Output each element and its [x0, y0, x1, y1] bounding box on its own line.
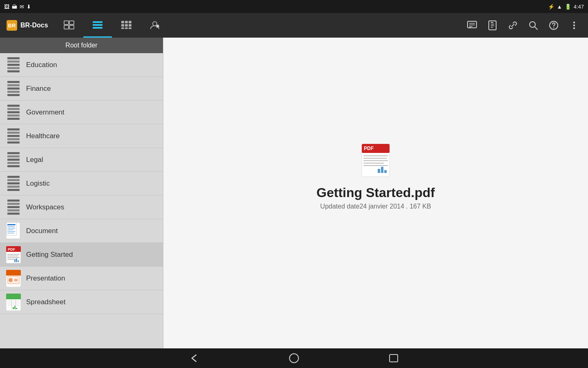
status-bar-right: ⚡ ▲ 🔋 4:47 [548, 4, 584, 10]
status-icon-image: 🏔 [12, 4, 17, 10]
svg-rect-3 [69, 25, 74, 29]
workspaces-label: Workspaces [26, 203, 64, 211]
folder-icon-healthcare [6, 128, 21, 144]
svg-line-28 [535, 27, 537, 29]
svg-rect-11 [125, 24, 128, 27]
file-info: Getting Started.pdf Updated date24 janvi… [316, 185, 435, 210]
government-label: Government [26, 108, 65, 117]
logistic-label: Logistic [26, 180, 50, 188]
svg-point-33 [573, 27, 575, 29]
sidebar-item-presentation[interactable]: Presentation [0, 267, 163, 290]
document-label: Document [26, 227, 58, 235]
svg-rect-52 [16, 258, 17, 262]
folder-icon-government [6, 105, 21, 120]
sidebar-item-government[interactable]: Government [0, 101, 163, 124]
svg-point-83 [290, 354, 298, 363]
svg-rect-42 [7, 233, 14, 233]
sidebar-item-education[interactable]: Education [0, 53, 163, 77]
document-file-icon [6, 222, 21, 240]
svg-point-32 [573, 25, 575, 26]
sidebar-item-document[interactable]: Document [0, 219, 163, 243]
status-icon-photo: 🖼 [4, 4, 9, 10]
sidebar-item-healthcare[interactable]: Healthcare [0, 124, 163, 148]
svg-rect-69 [14, 306, 16, 309]
svg-rect-40 [7, 229, 13, 230]
root-folder-label: Root folder [65, 42, 97, 49]
svg-rect-84 [390, 355, 398, 362]
brand-icon: BR [7, 20, 17, 31]
tab-grid[interactable] [112, 13, 140, 38]
wifi-icon: ▲ [557, 4, 562, 10]
svg-point-58 [9, 278, 13, 282]
tab-list[interactable] [83, 13, 112, 38]
svg-rect-82 [384, 170, 387, 173]
status-icon-mail: ✉ [20, 4, 24, 10]
sidebar-item-logistic[interactable]: Logistic [0, 172, 163, 195]
folder-icon-workspaces [6, 200, 21, 215]
nav-tabs [55, 13, 458, 38]
sidebar: Root folder Education [0, 38, 163, 348]
svg-text:PDF: PDF [8, 247, 16, 251]
file-preview: PDF Getting Started.pdf Updated date24 j… [316, 144, 435, 210]
sidebar-item-finance[interactable]: Finance [0, 77, 163, 101]
clock: 4:47 [574, 4, 584, 10]
svg-rect-8 [125, 21, 128, 23]
content-area: PDF Getting Started.pdf Updated date24 j… [163, 38, 588, 348]
svg-rect-41 [7, 231, 16, 232]
svg-rect-62 [6, 298, 21, 299]
svg-rect-53 [18, 260, 19, 262]
link-button[interactable] [504, 16, 522, 34]
presentation-label: Presentation [26, 274, 65, 283]
status-icon-download: ⬇ [27, 4, 31, 10]
help-button[interactable] [545, 16, 563, 34]
sidebar-item-legal[interactable]: Legal [0, 148, 163, 172]
sidebar-item-getting-started[interactable]: PDF Getting Started [0, 243, 163, 267]
folder-icon-legal [6, 152, 21, 168]
folder-icon-logistic [6, 176, 21, 191]
bluetooth-icon: ⚡ [548, 4, 555, 10]
home-button[interactable] [285, 349, 303, 367]
search-button[interactable] [524, 16, 542, 34]
sidebar-header: Root folder [0, 38, 163, 53]
legal-label: Legal [26, 156, 43, 164]
app-brand: BR BR-Docs [0, 13, 55, 38]
nav-actions [458, 13, 588, 38]
svg-rect-6 [93, 27, 102, 29]
spreadsheet-file-icon [6, 293, 21, 311]
svg-rect-4 [93, 21, 102, 23]
svg-point-31 [573, 22, 575, 23]
presentation-file-icon [6, 269, 21, 287]
tab-views[interactable] [55, 13, 83, 38]
svg-rect-7 [121, 21, 124, 23]
battery-icon: 🔋 [565, 4, 571, 10]
brand-name: BR-Docs [20, 22, 48, 29]
recent-button[interactable] [385, 349, 403, 367]
folder-icon-education [6, 57, 21, 73]
svg-rect-38 [7, 226, 15, 227]
getting-started-label: Getting Started [26, 251, 73, 259]
svg-rect-5 [93, 24, 102, 26]
pdf-file-icon: PDF [6, 246, 21, 264]
sidebar-item-spreadsheet[interactable]: Spreadsheet [0, 290, 163, 314]
back-button[interactable] [185, 349, 203, 367]
main-layout: Root folder Education [0, 38, 588, 348]
svg-rect-10 [121, 24, 124, 27]
healthcare-label: Healthcare [26, 132, 60, 140]
sidebar-item-workspaces[interactable]: Workspaces [0, 195, 163, 219]
svg-rect-51 [14, 260, 16, 262]
svg-rect-1 [69, 21, 74, 25]
education-label: Education [26, 61, 57, 69]
svg-rect-59 [14, 279, 18, 281]
info-button[interactable] [483, 16, 501, 34]
svg-rect-9 [129, 21, 131, 23]
svg-rect-70 [16, 308, 17, 309]
svg-rect-56 [6, 274, 21, 276]
folder-icon-finance [6, 81, 21, 96]
more-button[interactable] [565, 16, 583, 34]
status-bar-left: 🖼 🏔 ✉ ⬇ [4, 4, 31, 10]
sidebar-list: Education Finance [0, 53, 163, 348]
tab-user[interactable] [140, 13, 169, 38]
file-title: Getting Started.pdf [316, 185, 435, 200]
svg-rect-14 [125, 27, 128, 29]
comment-button[interactable] [463, 16, 481, 34]
